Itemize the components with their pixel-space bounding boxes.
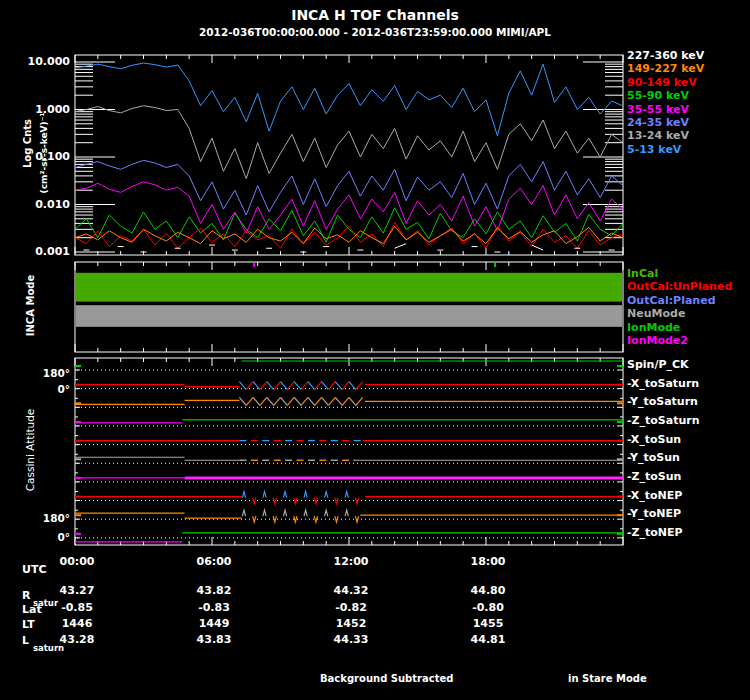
- attitude--X_toNEP-spike: [283, 492, 286, 498]
- attitude-angle-label: 180°: [36, 512, 70, 524]
- attitude-angle-label: 180°: [36, 367, 70, 379]
- utc-tick-label: 06:00: [192, 555, 236, 568]
- series-24-35 keV: [75, 160, 623, 215]
- attitude--Y_toNEP-spike: [242, 510, 245, 516]
- active-mode-band-upper: [76, 273, 622, 302]
- attitude--X_toNEP-spike: [345, 492, 348, 498]
- table-cell: 44.33: [329, 633, 373, 646]
- attitude--X_toSaturn: [253, 382, 260, 390]
- attitude--Y_toNEP-spike: [355, 516, 358, 522]
- attitude--X_toSaturn: [239, 382, 246, 390]
- table-cell: -0.82: [329, 601, 373, 614]
- attitude--Y_toSaturn: [239, 397, 246, 405]
- utc-axis-caption: UTC: [22, 563, 47, 576]
- utc-tick-label: 12:00: [329, 555, 373, 568]
- footer-background-subtracted: Background Subtracted: [320, 673, 453, 684]
- attitude-label--Y_toSaturn: -Y_toSaturn: [627, 395, 698, 408]
- mode-legend-item-OutCal:UnPlaned: OutCal:UnPlaned: [627, 280, 732, 293]
- table-cell: 44.81: [466, 633, 510, 646]
- attitude--Y_toSaturn: [287, 397, 294, 405]
- attitude-label--X_toSun: -X_toSun: [627, 433, 681, 446]
- table-cell: 43.27: [55, 584, 99, 597]
- attitude--X_toNEP-spike: [242, 492, 245, 498]
- attitude-angle-label: 0°: [36, 383, 70, 395]
- table-cell: 44.32: [329, 584, 373, 597]
- tof-y-tick-label: 0.100: [26, 150, 70, 163]
- tof-y-tick-label: 0.010: [26, 198, 70, 211]
- legend-item-55-90 keV: 55-90 keV: [627, 89, 689, 102]
- attitude--Y_toSaturn: [308, 397, 315, 405]
- attitude-label--Z_toSaturn: -Z_toSaturn: [627, 414, 700, 427]
- attitude--Y_toSaturn: [322, 397, 329, 405]
- attitude--Y_toNEP-spike: [263, 510, 266, 516]
- attitude--X_toNEP-spike: [355, 498, 358, 504]
- attitude--Y_toNEP-spike: [335, 516, 338, 522]
- table-cell: 1452: [329, 617, 373, 630]
- mode-legend-item-NeuMode: NeuMode: [627, 307, 685, 320]
- series-13-24 keV: [75, 106, 623, 179]
- legend-item-90-149 keV: 90-149 keV: [627, 76, 697, 89]
- table-cell: 43.83: [192, 633, 236, 646]
- attitude--Y_toNEP-spike: [294, 516, 297, 522]
- attitude--Y_toSaturn: [294, 397, 301, 405]
- table-cell: 1449: [192, 617, 236, 630]
- legend-item-35-55 keV: 35-55 keV: [627, 103, 689, 116]
- attitude-label--Z_toSun: -Z_toSun: [627, 470, 681, 483]
- attitude--Y_toSaturn: [356, 397, 363, 405]
- attitude--Y_toSaturn: [246, 397, 253, 405]
- attitude--Y_toSaturn: [274, 397, 281, 405]
- series-227-360 keV: [532, 245, 543, 250]
- attitude--Y_toSaturn: [328, 397, 335, 405]
- series-90-149 keV: [75, 222, 623, 248]
- tof-y-tick-label: 10.000: [26, 55, 70, 68]
- page-title: INCA H TOF Channels: [0, 7, 750, 23]
- attitude-label-Spin/P_CK: Spin/P_CK: [627, 358, 689, 371]
- series-35-55 keV: [75, 182, 623, 233]
- attitude--Y_toSaturn: [301, 397, 308, 405]
- table-cell: 44.80: [466, 584, 510, 597]
- mode-legend-item-InCal: InCal: [627, 267, 658, 280]
- attitude--X_toSaturn: [335, 382, 342, 390]
- attitude--X_toSaturn: [308, 382, 315, 390]
- attitude--X_toNEP-spike: [304, 492, 307, 498]
- utc-tick-label: 18:00: [466, 555, 510, 568]
- legend-item-24-35 keV: 24-35 keV: [627, 116, 689, 129]
- attitude--Y_toSaturn: [281, 397, 288, 405]
- attitude--X_toSaturn: [328, 382, 335, 390]
- table-cell: 43.82: [192, 584, 236, 597]
- attitude--X_toSaturn: [301, 382, 308, 390]
- series-227-360 keV: [395, 244, 406, 249]
- panel-frame-2: [75, 358, 623, 545]
- attitude--Y_toNEP-spike: [283, 510, 286, 516]
- attitude-y-axis-label: Cassini Attitude: [24, 370, 36, 530]
- tof-y-tick-label: 1.000: [26, 103, 70, 116]
- attitude--Y_toSaturn: [260, 397, 267, 405]
- attitude--X_toNEP-spike: [263, 492, 266, 498]
- panel-frame-0: [75, 55, 623, 255]
- attitude--Y_toSaturn: [335, 397, 342, 405]
- attitude-label--Y_toNEP: -Y_toNEP: [627, 507, 681, 520]
- table-cell: 1455: [466, 617, 510, 630]
- attitude-label--Z_toNEP: -Z_toNEP: [627, 526, 683, 539]
- utc-tick-label: 00:00: [55, 555, 99, 568]
- table-row-label-Lat: Lat: [22, 603, 42, 616]
- table-cell: 43.28: [55, 633, 99, 646]
- attitude--X_toNEP-spike: [325, 492, 328, 498]
- table-row-label-LT: LT: [22, 618, 35, 631]
- attitude--Y_toNEP-spike: [304, 510, 307, 516]
- inca-tof-plot-screen: INCA H TOF Channels 2012-036T00:00:00.00…: [0, 0, 750, 700]
- table-cell: -0.80: [466, 601, 510, 614]
- table-cell: 1446: [55, 617, 99, 630]
- attitude--X_toNEP-spike: [273, 498, 276, 504]
- active-mode-band-lower: [76, 305, 622, 327]
- attitude--X_toSaturn: [349, 382, 356, 390]
- attitude-label--X_toNEP: -X_toNEP: [627, 489, 682, 502]
- mode-legend-item-IonMode: IonMode: [627, 321, 680, 334]
- mode-legend-item-IonMode2: IonMode2: [627, 334, 688, 347]
- attitude--Y_toSaturn: [267, 397, 274, 405]
- attitude--Y_toSaturn: [342, 397, 349, 405]
- legend-item-227-360 keV: 227-360 keV: [627, 49, 704, 62]
- attitude--Y_toNEP-spike: [345, 510, 348, 516]
- tof-y-tick-label: 0.001: [26, 245, 70, 258]
- attitude--Y_toNEP-spike: [253, 516, 256, 522]
